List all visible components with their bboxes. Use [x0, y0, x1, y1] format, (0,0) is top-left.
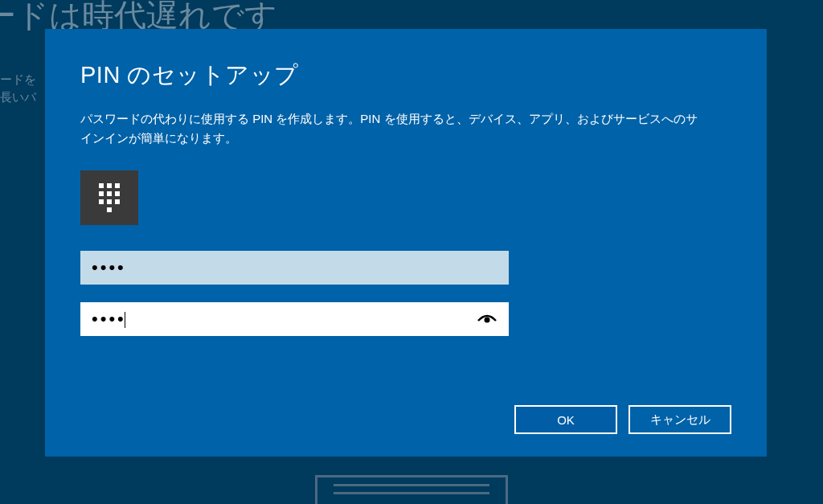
- background-text-line2: 長いパ: [0, 90, 36, 105]
- new-pin-field-container[interactable]: ••••: [80, 251, 509, 285]
- dialog-description: パスワードの代わりに使用する PIN を作成します。PIN を使用すると、デバイ…: [80, 109, 699, 148]
- background-text-line1: ードを: [0, 72, 36, 88]
- password-reveal-icon[interactable]: [477, 313, 497, 326]
- ok-button[interactable]: OK: [514, 405, 617, 434]
- svg-point-0: [485, 318, 490, 323]
- pin-setup-dialog: PIN のセットアップ パスワードの代わりに使用する PIN を作成します。PI…: [45, 29, 767, 457]
- keypad-icon: [80, 170, 138, 225]
- on-screen-keyboard-hint[interactable]: [315, 475, 508, 504]
- dialog-title: PIN のセットアップ: [80, 59, 731, 92]
- cancel-button[interactable]: キャンセル: [629, 405, 731, 434]
- dialog-button-row: OK キャンセル: [514, 405, 731, 434]
- confirm-pin-field-container[interactable]: ••••: [80, 302, 509, 336]
- text-cursor: [125, 312, 125, 328]
- new-pin-input[interactable]: ••••: [92, 257, 497, 278]
- confirm-pin-input[interactable]: ••••: [92, 309, 497, 330]
